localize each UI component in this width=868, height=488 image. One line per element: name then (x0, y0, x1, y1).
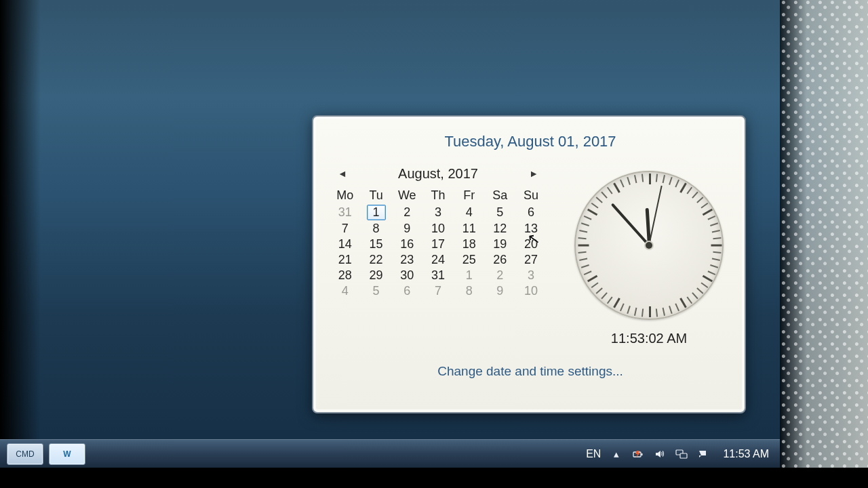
clock-tick (712, 258, 720, 261)
clock-tick (627, 177, 631, 185)
calendar-day[interactable]: 5 (361, 283, 392, 299)
popup-body: ◄ August, 2017 ► MoTuWeThFrSaSu 31123456… (330, 165, 731, 346)
calendar-day[interactable]: 3 (515, 268, 547, 283)
calendar-day[interactable]: 10 (515, 283, 547, 299)
calendar-day[interactable]: 6 (391, 283, 422, 299)
clock-tick (663, 175, 665, 183)
calendar-day[interactable]: 16 (391, 237, 422, 252)
clock-center-pin (646, 242, 652, 249)
network-icon[interactable] (675, 448, 688, 460)
photo-curtain (780, 0, 868, 488)
screen-vignette-left (0, 0, 41, 488)
calendar-day[interactable]: 1 (361, 204, 392, 221)
day-header: Su (515, 187, 547, 204)
clock-tick (613, 182, 620, 192)
calendar-day[interactable]: 28 (330, 268, 361, 283)
clock-tick (712, 230, 720, 232)
calendar-day[interactable]: 31 (330, 204, 361, 221)
clock-tick (627, 306, 631, 314)
language-indicator[interactable]: EN (586, 448, 601, 460)
calendar-day[interactable]: 6 (515, 204, 547, 221)
calendar-day[interactable]: 20 (515, 237, 547, 252)
clock-tick (578, 245, 589, 247)
clock-tick (675, 303, 679, 311)
clock-tick (692, 292, 698, 299)
calendar-day[interactable]: 3 (422, 204, 454, 221)
calendar-day[interactable]: 17 (422, 237, 454, 252)
clock-tick (613, 298, 620, 308)
action-center-icon[interactable] (697, 448, 709, 460)
clock-tick (701, 203, 708, 209)
calendar-day[interactable]: 12 (485, 221, 516, 237)
calendar-day[interactable]: 24 (422, 252, 454, 268)
calendar-day[interactable]: 4 (454, 204, 485, 221)
next-month-button[interactable]: ► (524, 165, 544, 182)
calendar-day[interactable]: 15 (361, 237, 392, 252)
calendar-day[interactable]: 8 (361, 221, 392, 237)
clock-tick (696, 197, 703, 203)
clock-tick (620, 180, 625, 188)
clock-tick (584, 270, 592, 275)
clock-tick (679, 182, 687, 192)
month-year-label[interactable]: August, 2017 (398, 166, 478, 182)
calendar-nav: ◄ August, 2017 ► (332, 165, 544, 182)
power-icon[interactable] (632, 448, 644, 460)
calendar-day[interactable]: 7 (330, 221, 361, 237)
calendar-day[interactable]: 2 (391, 204, 422, 221)
clock-tick (642, 308, 644, 317)
taskbar-clock[interactable]: 11:53 AM (723, 448, 773, 460)
calendar-day[interactable]: 4 (330, 283, 361, 299)
calendar-day[interactable]: 25 (454, 252, 485, 268)
show-hidden-icons-button[interactable]: ▴ (610, 448, 623, 460)
change-settings-link[interactable]: Change date and time settings... (330, 364, 731, 379)
clock-tick (581, 222, 589, 226)
clock-tick (578, 237, 586, 239)
calendar-day[interactable]: 29 (361, 268, 392, 283)
prev-month-button[interactable]: ◄ (332, 165, 353, 182)
calendar-day[interactable]: 9 (391, 221, 422, 237)
calendar-day[interactable]: 7 (422, 283, 454, 299)
clock-tick (578, 251, 586, 253)
clock-tick (710, 222, 718, 226)
clock-tick (710, 264, 718, 268)
clock-tick (634, 308, 637, 316)
calendar-day[interactable]: 22 (361, 252, 392, 268)
calendar-day[interactable]: 18 (454, 237, 485, 252)
clock-tick (686, 296, 692, 304)
calendar-day[interactable]: 19 (485, 237, 516, 252)
photo-bottom-edge (0, 468, 868, 488)
clock-tick (591, 203, 599, 209)
calendar-day[interactable]: 11 (454, 221, 485, 237)
calendar-day[interactable]: 30 (391, 268, 422, 283)
calendar-day[interactable]: 23 (391, 252, 422, 268)
calendar-day[interactable]: 1 (454, 268, 485, 283)
calendar-day[interactable]: 5 (485, 204, 516, 221)
taskbar[interactable]: CMD W EN ▴ 11:53 AM (0, 439, 780, 468)
calendar-day[interactable]: 26 (485, 252, 516, 268)
taskbar-app-1[interactable]: CMD (7, 443, 43, 465)
calendar-day[interactable]: 31 (422, 268, 454, 283)
clock-tick (703, 209, 713, 216)
svg-rect-1 (642, 453, 643, 455)
calendar-day[interactable]: 14 (330, 237, 361, 252)
clock-tick (634, 175, 637, 183)
calendar-day[interactable]: 10 (422, 221, 454, 237)
clock-tick (696, 287, 703, 294)
calendar-day[interactable]: 27 (515, 252, 547, 268)
clock-tick (607, 296, 613, 304)
clock-tick (587, 275, 597, 283)
volume-icon[interactable] (654, 448, 666, 460)
day-header: Tu (361, 187, 392, 204)
calendar-day[interactable]: 8 (454, 283, 485, 299)
clock-tick (596, 197, 603, 203)
system-tray: EN ▴ 11:53 AM (586, 448, 773, 460)
clock-tick (584, 216, 592, 220)
clock-tick (675, 180, 679, 188)
clock-tick (642, 174, 644, 182)
calendar-day[interactable]: 2 (485, 268, 516, 283)
calendar-day[interactable]: 9 (485, 283, 516, 299)
calendar-day[interactable]: 13 (515, 221, 547, 237)
clock-tick (669, 177, 673, 185)
taskbar-app-2[interactable]: W (49, 443, 85, 465)
calendar-day[interactable]: 21 (330, 252, 361, 268)
